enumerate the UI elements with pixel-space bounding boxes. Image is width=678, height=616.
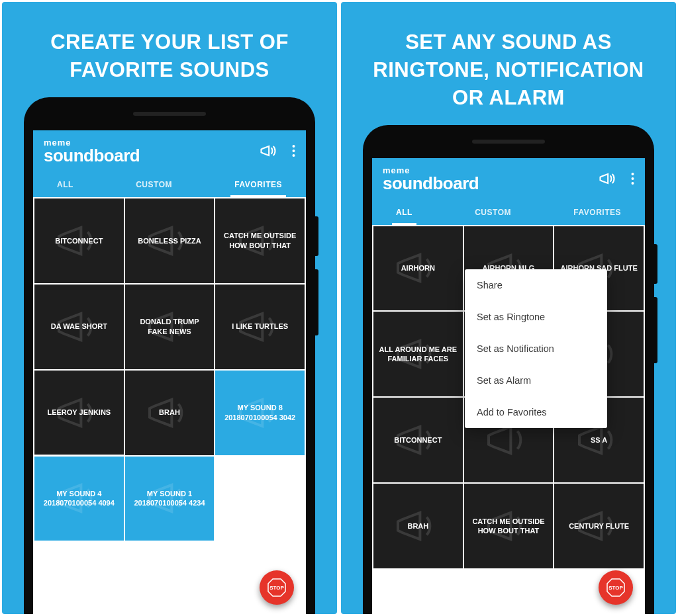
sound-tile[interactable]: DA WAE SHORT (34, 285, 124, 369)
sound-tile[interactable]: MY SOUND 8 2018070100054 3042 (215, 371, 305, 455)
overflow-menu-icon[interactable] (292, 144, 295, 157)
panel-title: SET ANY SOUND AS RINGTONE, NOTIFICATION … (341, 2, 676, 125)
svg-point-2 (293, 154, 295, 157)
app-screen-2: meme soundboard ALL (372, 158, 645, 614)
svg-text:STOP: STOP (608, 585, 623, 591)
tile-label: BITCONNECT (55, 236, 103, 245)
sound-tile[interactable]: BRAH (125, 371, 215, 455)
sound-tile[interactable]: LEEROY JENKINS (34, 371, 124, 455)
app-header: meme soundboard ALL (33, 130, 306, 197)
tile-label: I LIKE TURTLES (232, 322, 288, 331)
svg-point-0 (293, 145, 295, 148)
tile-label: CATCH ME OUTSIDE HOW BOUT THAT (220, 231, 299, 250)
svg-point-6 (632, 177, 634, 180)
menu-item[interactable]: Set as Notification (465, 333, 607, 365)
promo-panel-1: CREATE YOUR LIST OF FAVORITE SOUNDS meme… (2, 2, 337, 614)
promo-panel-2: SET ANY SOUND AS RINGTONE, NOTIFICATION … (341, 2, 676, 614)
tab-bar: ALL CUSTOM FAVORITES (383, 200, 634, 225)
tile-label: SS A (591, 435, 607, 445)
panel-title: CREATE YOUR LIST OF FAVORITE SOUNDS (2, 2, 337, 97)
tile-label: ALL AROUND ME ARE FAMILIAR FACES (379, 345, 458, 364)
tab-custom[interactable]: CUSTOM (471, 200, 515, 225)
phone-frame: meme soundboard ALL (363, 125, 654, 614)
svg-point-1 (293, 150, 295, 152)
tile-label: CENTURY FLUTE (569, 521, 629, 531)
tab-favorites[interactable]: FAVORITES (569, 200, 625, 225)
sound-tile[interactable]: CATCH ME OUTSIDE HOW BOUT THAT (464, 484, 554, 568)
sound-tile[interactable]: DONALD TRUMP FAKE NEWS (125, 285, 215, 369)
menu-item[interactable]: Set as Alarm (465, 365, 607, 396)
tile-label: MY SOUND 4 2018070100054 4094 (40, 489, 119, 508)
tile-label: BRAH (159, 408, 180, 417)
svg-point-5 (632, 173, 634, 175)
sound-tile (215, 457, 305, 541)
app-screen-1: meme soundboard ALL (33, 130, 306, 614)
sound-tile[interactable]: BITCONNECT (373, 398, 463, 482)
app-logo: meme soundboard (44, 138, 140, 164)
megaphone-icon[interactable] (598, 169, 616, 188)
tile-label: CATCH ME OUTSIDE HOW BOUT THAT (469, 517, 548, 536)
menu-item[interactable]: Set as Ringtone (465, 301, 607, 333)
stop-button[interactable]: STOP (260, 570, 294, 605)
svg-text:STOP: STOP (269, 585, 284, 591)
sound-tile[interactable]: BITCONNECT (34, 198, 124, 283)
sound-tile[interactable]: BRAH (373, 484, 463, 568)
tab-custom[interactable]: CUSTOM (132, 172, 176, 197)
megaphone-icon[interactable] (259, 142, 277, 160)
menu-item[interactable]: Share (465, 269, 607, 301)
tile-label: DONALD TRUMP FAKE NEWS (130, 317, 209, 336)
sound-tile[interactable]: MY SOUND 1 2018070100054 4234 (125, 457, 215, 541)
menu-item[interactable]: Add to Favorites (465, 396, 607, 428)
tile-label: AIRHORN (401, 263, 435, 273)
sound-tile[interactable]: I LIKE TURTLES (215, 285, 305, 369)
sound-tile[interactable]: CATCH ME OUTSIDE HOW BOUT THAT (215, 198, 305, 283)
phone-frame: meme soundboard ALL (24, 97, 315, 614)
tile-label: MY SOUND 8 2018070100054 3042 (220, 403, 299, 422)
app-header: meme soundboard ALL (372, 158, 645, 225)
tile-label: BRAH (407, 521, 428, 531)
tab-all[interactable]: ALL (392, 200, 416, 225)
overflow-menu-icon[interactable] (631, 172, 634, 185)
sound-tile[interactable]: MY SOUND 4 2018070100054 4094 (34, 457, 124, 541)
sound-tile[interactable]: BONELESS PIZZA (125, 198, 215, 283)
context-menu: ShareSet as RingtoneSet as NotificationS… (465, 269, 607, 428)
sound-tile[interactable]: AIRHORN (373, 226, 463, 311)
tile-label: DA WAE SHORT (51, 322, 107, 331)
tab-all[interactable]: ALL (53, 172, 77, 197)
tab-favorites[interactable]: FAVORITES (230, 172, 286, 197)
svg-point-7 (632, 182, 634, 185)
tile-label: BITCONNECT (394, 435, 442, 445)
sound-tile[interactable]: CENTURY FLUTE (554, 484, 644, 568)
sound-grid: BITCONNECTBONELESS PIZZACATCH ME OUTSIDE… (33, 197, 306, 614)
sound-tile[interactable]: ALL AROUND ME ARE FAMILIAR FACES (373, 312, 463, 396)
tile-label: BONELESS PIZZA (138, 236, 201, 245)
tab-bar: ALL CUSTOM FAVORITES (44, 172, 295, 197)
tile-label: MY SOUND 1 2018070100054 4234 (130, 489, 209, 508)
tile-label: LEEROY JENKINS (47, 408, 111, 417)
app-logo: meme soundboard (383, 166, 479, 192)
stop-button[interactable]: STOP (599, 570, 633, 605)
